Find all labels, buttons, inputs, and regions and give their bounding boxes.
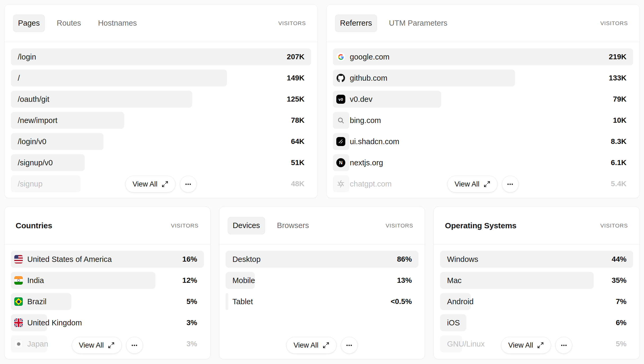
view-all-button[interactable]: View All	[125, 176, 175, 193]
row-label: /new/import	[11, 116, 57, 125]
devices-card: DevicesBrowsers VISITORS Desktop86%Mobil…	[219, 207, 425, 359]
row-label: India	[11, 276, 44, 285]
row-label: Windows	[440, 255, 478, 264]
visitors-column-header: VISITORS	[600, 222, 628, 229]
usage-bar	[11, 70, 227, 87]
row-value: 35%	[612, 276, 627, 285]
view-all-label: View All	[79, 341, 104, 349]
pages-card-header: PagesRoutesHostnames VISITORS	[5, 4, 317, 42]
row-label: ui.shadcn.com	[333, 137, 399, 146]
row-value: 79K	[613, 95, 627, 103]
list-item[interactable]: Mac35%	[440, 272, 633, 289]
tab-pages[interactable]: Pages	[13, 15, 45, 32]
view-all-button[interactable]: View All	[501, 337, 551, 354]
row-label: v0v0.dev	[333, 95, 372, 104]
v0-icon: v0	[336, 95, 345, 104]
list-item[interactable]: Mobile13%	[226, 272, 419, 289]
row-label: iOS	[440, 319, 460, 327]
view-all-label: View All	[454, 180, 479, 188]
row-label: /login/v0	[11, 137, 46, 146]
visitors-column-header: VISITORS	[600, 20, 628, 26]
list-item[interactable]: United Kingdom3%	[11, 314, 204, 331]
list-item[interactable]: github.com133K	[333, 70, 633, 87]
list-item[interactable]: Windows44%	[440, 251, 633, 268]
tab-browsers[interactable]: Browsers	[272, 217, 314, 234]
view-all-label: View All	[293, 341, 318, 349]
list-item[interactable]: ui.shadcn.com8.3K	[333, 133, 633, 150]
row-value: 86%	[397, 255, 412, 263]
referrers-tabs: ReferrersUTM Parameters	[335, 15, 453, 32]
list-item[interactable]: bing.com10K	[333, 112, 633, 129]
view-all-button[interactable]: View All	[286, 337, 336, 354]
list-item[interactable]: /login207K	[11, 48, 311, 65]
row-label: Nnextjs.org	[333, 158, 383, 167]
flag-br-icon	[14, 297, 23, 306]
row-value: 12%	[182, 276, 197, 285]
row-label: google.com	[333, 52, 390, 61]
visitors-column-header: VISITORS	[386, 222, 413, 229]
list-item[interactable]: United States of America16%	[11, 251, 204, 268]
referrers-list: google.com219Kgithub.com133Kv0v0.dev79Kb…	[327, 42, 639, 198]
list-item[interactable]: /login/v064K	[11, 133, 311, 150]
row-value: 8.3K	[611, 137, 627, 146]
row-value: 5%	[186, 297, 197, 306]
ellipsis-icon	[346, 342, 353, 349]
row-value: 78K	[291, 116, 305, 125]
list-item[interactable]: Android7%	[440, 293, 633, 310]
row-value: 13%	[397, 276, 412, 285]
tab-utm-parameters[interactable]: UTM Parameters	[384, 15, 453, 32]
list-item[interactable]: /oauth/git125K	[11, 91, 311, 108]
view-all-label: View All	[508, 341, 533, 349]
referrers-card-header: ReferrersUTM Parameters VISITORS	[327, 4, 639, 42]
tab-referrers[interactable]: Referrers	[335, 15, 377, 32]
list-item[interactable]: Tablet<0.5%	[226, 293, 419, 310]
flag-us-icon	[14, 255, 23, 263]
view-all-button[interactable]: View All	[72, 337, 122, 354]
nextjs-icon: N	[336, 158, 345, 167]
row-label: Desktop	[226, 255, 261, 264]
tab-hostnames[interactable]: Hostnames	[93, 15, 142, 32]
row-value: <0.5%	[391, 297, 412, 306]
more-options-button[interactable]	[126, 337, 143, 354]
list-item[interactable]: /149K	[11, 70, 311, 87]
list-item[interactable]: v0v0.dev79K	[333, 91, 633, 108]
devices-list: Desktop86%Mobile13%Tablet<0.5% View All	[219, 244, 425, 359]
flag-in-icon	[14, 276, 23, 285]
list-item[interactable]: google.com219K	[333, 48, 633, 65]
ellipsis-icon	[560, 342, 567, 349]
expand-icon	[108, 342, 115, 349]
row-value: 219K	[609, 53, 627, 61]
more-options-button[interactable]	[555, 337, 572, 354]
list-item[interactable]: Brazil5%	[11, 293, 204, 310]
view-all-button[interactable]: View All	[447, 176, 497, 193]
operating-systems-card-header: Operating Systems VISITORS	[434, 207, 639, 244]
row-value: 3%	[186, 319, 197, 327]
row-label: Android	[440, 297, 473, 306]
tab-routes[interactable]: Routes	[52, 15, 86, 32]
more-options-button[interactable]	[180, 176, 197, 193]
list-item[interactable]: Desktop86%	[226, 251, 419, 268]
list-item[interactable]: /new/import78K	[11, 112, 311, 129]
row-label: /	[11, 74, 20, 83]
row-value: 10K	[613, 116, 627, 125]
countries-card: Countries VISITORS United States of Amer…	[4, 207, 211, 359]
row-value: 7%	[616, 297, 627, 306]
list-item[interactable]: Nnextjs.org6.1K	[333, 154, 633, 171]
pages-card: PagesRoutesHostnames VISITORS /login207K…	[4, 4, 318, 198]
ellipsis-icon	[507, 181, 514, 188]
row-value: 16%	[182, 255, 197, 263]
row-value: 6%	[616, 319, 627, 327]
list-item[interactable]: /signup/v051K	[11, 154, 311, 171]
list-item[interactable]: iOS6%	[440, 314, 633, 331]
row-label: /oauth/git	[11, 95, 49, 104]
row-label: Mac	[440, 276, 462, 285]
shadcn-icon	[336, 137, 345, 146]
more-options-button[interactable]	[341, 337, 358, 354]
row-label: Tablet	[226, 297, 253, 306]
list-item[interactable]: India12%	[11, 272, 204, 289]
analytics-dashboard: PagesRoutesHostnames VISITORS /login207K…	[0, 0, 644, 363]
more-options-button[interactable]	[502, 176, 519, 193]
expand-icon	[484, 181, 490, 188]
tab-devices[interactable]: Devices	[228, 217, 265, 234]
row-label: Brazil	[11, 297, 47, 306]
